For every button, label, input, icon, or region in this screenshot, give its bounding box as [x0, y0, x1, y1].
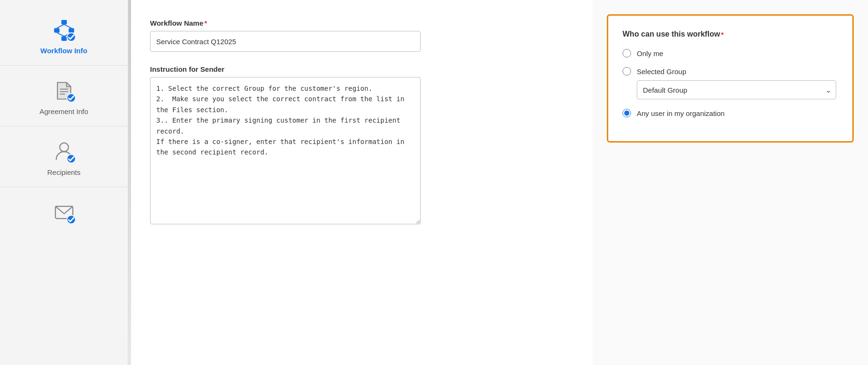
- workflow-info-badge: [66, 32, 76, 42]
- form-section: Workflow Name * Instruction for Sender 1…: [150, 19, 435, 226]
- selected-group-radio[interactable]: [623, 67, 631, 76]
- only-me-radio[interactable]: [623, 49, 631, 58]
- recipients-badge: [66, 154, 76, 163]
- sidebar-item-workflow-info[interactable]: Workflow Info: [0, 10, 128, 60]
- sidebar-item-recipients[interactable]: Recipients: [0, 131, 128, 182]
- svg-line-6: [57, 33, 64, 37]
- svg-rect-1: [54, 28, 59, 33]
- who-title-text: Who can use this workflow: [623, 30, 720, 38]
- sidebar-item-agreement-info[interactable]: Agreement Info: [0, 70, 128, 121]
- who-required-star: *: [721, 30, 724, 38]
- workflow-name-label-text: Workflow Name: [150, 19, 203, 27]
- group-select-wrapper: Default Group Group A Group B ⌄: [637, 80, 836, 99]
- sidebar-divider-2: [0, 126, 128, 126]
- instruction-textarea[interactable]: 1. Select the correct Group for the cust…: [150, 77, 421, 224]
- sidebar-item-message[interactable]: [0, 192, 128, 231]
- message-badge: [66, 215, 76, 224]
- any-user-radio[interactable]: [623, 109, 631, 117]
- sidebar-divider-1: [0, 65, 128, 66]
- who-can-use-box: Who can use this workflow * Only me Sele…: [607, 14, 854, 143]
- recipients-label: Recipients: [47, 168, 80, 176]
- who-title: Who can use this workflow *: [623, 30, 838, 38]
- agreement-info-badge: [66, 93, 76, 103]
- workflow-name-input[interactable]: [150, 31, 421, 52]
- main-content: Workflow Name * Instruction for Sender 1…: [131, 0, 593, 365]
- workflow-name-label: Workflow Name *: [150, 19, 435, 27]
- svg-rect-0: [61, 20, 67, 25]
- selected-group-label: Selected Group: [637, 67, 686, 76]
- sidebar-divider-3: [0, 187, 128, 187]
- recipients-icon-wrap: [51, 139, 77, 164]
- group-select[interactable]: Default Group Group A Group B: [637, 80, 836, 99]
- any-user-label: Any user in my organization: [637, 109, 725, 117]
- group-select-row: Default Group Group A Group B ⌄: [637, 80, 838, 99]
- radio-option-only-me[interactable]: Only me: [623, 49, 838, 58]
- instruction-section: Instruction for Sender 1. Select the cor…: [150, 65, 435, 226]
- svg-line-4: [57, 25, 64, 29]
- workflow-info-label: Workflow Info: [40, 47, 87, 55]
- message-icon-wrap: [51, 200, 77, 225]
- radio-option-selected-group[interactable]: Selected Group: [623, 67, 838, 76]
- sidebar: Workflow Info Agreement Info: [0, 0, 128, 365]
- workflow-info-icon-wrap: [51, 17, 77, 43]
- instruction-label: Instruction for Sender: [150, 65, 435, 73]
- svg-rect-3: [61, 36, 67, 41]
- agreement-info-label: Agreement Info: [39, 107, 88, 115]
- right-panel: Who can use this workflow * Only me Sele…: [593, 0, 868, 365]
- radio-option-any-user[interactable]: Any user in my organization: [623, 109, 838, 117]
- agreement-info-icon-wrap: [51, 78, 77, 104]
- only-me-label: Only me: [637, 49, 663, 58]
- workflow-name-required: *: [204, 19, 207, 27]
